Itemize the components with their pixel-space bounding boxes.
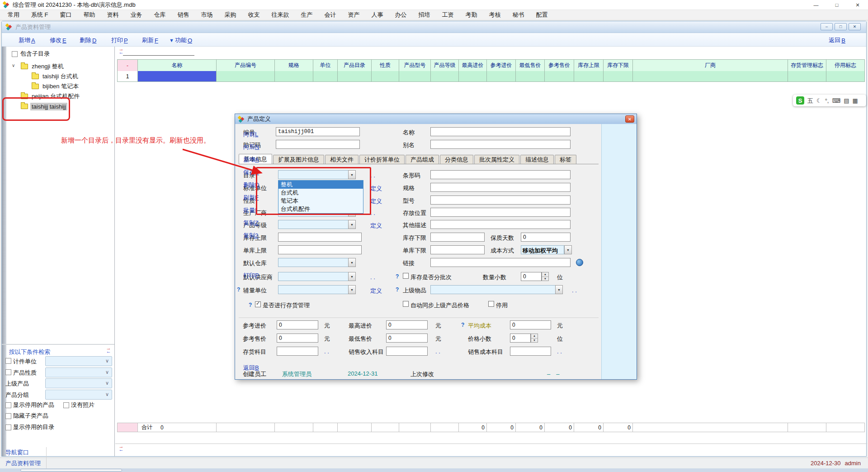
mdi-minimize-button[interactable]: –	[821, 23, 833, 30]
table-header-cell[interactable]: 最高进价	[459, 60, 487, 72]
table-header-cell[interactable]: 库存上限	[574, 60, 604, 72]
tree-item[interactable]: taishiji 台式机	[6, 72, 114, 81]
table-header-cell[interactable]: 产品编号	[217, 60, 275, 72]
model-input[interactable]	[430, 195, 571, 205]
dialog-tab[interactable]: 描述信息	[520, 155, 554, 164]
table-cell[interactable]	[545, 71, 574, 82]
dialog-tab[interactable]: 产品组成	[406, 155, 439, 164]
parent-help[interactable]: ?	[396, 286, 399, 293]
qty-decimal-spinner[interactable]: ▲▼	[542, 272, 549, 281]
include-subdir-row[interactable]: 包含子目录	[6, 48, 114, 62]
search-field-combobox[interactable]	[45, 367, 112, 377]
table-cell[interactable]	[788, 71, 826, 82]
grid-icon[interactable]: ▦	[853, 98, 858, 104]
table-cell[interactable]	[604, 71, 633, 82]
menu-item[interactable]: 系统 F	[25, 10, 54, 20]
dialog-close-button[interactable]: ✕	[625, 115, 634, 123]
sync-price-checkbox[interactable]	[403, 301, 409, 307]
table-header-cell[interactable]: 库存下限	[604, 60, 633, 72]
max-buy-input[interactable]: 0	[386, 320, 428, 329]
toolbar-button[interactable]: 修改E	[49, 36, 66, 44]
menu-item[interactable]: 仓库	[148, 10, 172, 20]
globe-icon[interactable]	[576, 259, 583, 266]
cost-method-combobox[interactable]: 移动加权平均	[521, 245, 564, 254]
swap-columns-icon[interactable]: →←	[117, 48, 125, 54]
name-input[interactable]	[430, 127, 571, 136]
dialog-side-button[interactable]: 保存S	[243, 168, 259, 176]
manufacturer-more-link[interactable]: . .	[370, 210, 375, 216]
table-cell[interactable]	[313, 71, 338, 82]
menu-item[interactable]: 资料	[101, 10, 125, 20]
ref-sell-input[interactable]: 0	[277, 334, 318, 343]
dialog-side-button[interactable]: 批量I	[243, 206, 257, 215]
table-header-cell[interactable]: 性质	[372, 60, 399, 72]
mdi-close-button[interactable]: ✕	[849, 23, 861, 30]
avg-cost-help[interactable]: ?	[461, 322, 464, 328]
statusbar-tab[interactable]: 产品资料管理	[0, 458, 47, 469]
include-subdir-checkbox[interactable]	[12, 51, 18, 57]
default-warehouse-combo-arrow[interactable]: ▼	[348, 258, 356, 267]
toolbar-button[interactable]: ▼ 功能O	[169, 36, 192, 44]
bin-upper-input[interactable]	[278, 245, 362, 254]
aux-unit-define-link[interactable]: 定义	[370, 287, 382, 295]
stock-upper-input[interactable]	[278, 233, 362, 242]
menu-item[interactable]: 常用	[2, 10, 25, 20]
table-cell[interactable]	[275, 71, 313, 82]
qty-decimal-input[interactable]: 0	[521, 272, 542, 281]
aux-unit-combo-arrow[interactable]: ▼	[348, 285, 356, 294]
statusbar-tab[interactable]: 导航窗口	[0, 447, 47, 458]
dropdown-option[interactable]: 台式机配件	[278, 205, 363, 213]
clipboard-icon[interactable]: ▤	[844, 98, 849, 104]
spec-input[interactable]	[430, 183, 571, 192]
swap-search-icon[interactable]: →←	[104, 347, 113, 353]
stock-subject-more-link[interactable]: . .	[324, 348, 329, 355]
table-cell[interactable]	[574, 71, 604, 82]
panel-splitter[interactable]	[114, 47, 115, 456]
sell-cost-more-link[interactable]: . .	[557, 348, 562, 355]
tree-item[interactable]: taishijj taishijj	[6, 101, 114, 111]
menu-item[interactable]: 生产	[295, 10, 319, 20]
table-header-cell[interactable]: 规格	[275, 60, 313, 72]
sell-income-more-link[interactable]: . .	[435, 348, 440, 355]
table-header-cell[interactable]: 停用标志	[826, 60, 865, 72]
dialog-tab[interactable]: 相关文件	[325, 155, 359, 164]
menu-item[interactable]: 招培	[413, 10, 436, 20]
parent-item-combo-arrow[interactable]: ▼	[555, 285, 563, 294]
menu-item[interactable]: 考勤	[460, 10, 483, 20]
table-cell[interactable]: 1	[118, 71, 138, 82]
bottom-scrollbar-track[interactable]	[0, 468, 868, 472]
dialog-side-button[interactable]: 刷新F	[243, 194, 259, 202]
dialog-tab[interactable]: 批次属性定义	[474, 155, 519, 164]
table-header-cell[interactable]: 厂商	[633, 60, 788, 72]
inventory-mgmt-help[interactable]: ?	[249, 302, 252, 308]
inventory-mgmt-checkbox[interactable]	[255, 301, 261, 307]
dialog-tab[interactable]: 计价折算单位	[359, 155, 405, 164]
table-header-cell[interactable]: 存货管理标志	[788, 60, 826, 72]
sogou-logo[interactable]: S	[796, 96, 804, 105]
divider-handle[interactable]	[123, 55, 194, 56]
dialog-side-button[interactable]: 向前L	[243, 130, 258, 138]
menu-item[interactable]: 往来款	[266, 10, 295, 20]
disabled-checkbox[interactable]	[488, 301, 494, 307]
menu-item[interactable]: 销售	[172, 10, 195, 20]
stock-subject-input[interactable]	[277, 347, 318, 356]
avg-cost-input[interactable]: 0	[510, 320, 551, 329]
search-field-checkbox[interactable]	[5, 358, 11, 364]
dialog-side-button[interactable]: 新增A	[243, 156, 259, 164]
swap-bottom-icon[interactable]: →←	[117, 445, 125, 452]
grade-combo-arrow[interactable]: ▼	[348, 220, 356, 229]
filter-checkbox[interactable]	[5, 424, 11, 430]
barcode-input[interactable]	[430, 170, 571, 179]
ref-buy-input[interactable]: 0	[277, 320, 318, 329]
dropdown-option[interactable]: 笔记本	[278, 197, 363, 205]
dialog-print-button[interactable]: 打印P	[243, 272, 259, 280]
dialog-side-button[interactable]: 复制Z	[243, 219, 259, 227]
wubi-label[interactable]: 五	[807, 98, 813, 104]
menu-item[interactable]: 人事	[366, 10, 389, 20]
dialog-tab[interactable]: 扩展及图片信息	[273, 155, 324, 164]
filter-checkbox[interactable]	[63, 402, 69, 408]
close-button[interactable]: ✕	[847, 0, 868, 10]
search-filter-checkbox-row[interactable]: 显示停用的产品	[5, 401, 54, 409]
tree-item[interactable]: peijian 台式机配件	[6, 91, 114, 101]
batch-help[interactable]: ?	[396, 273, 399, 280]
